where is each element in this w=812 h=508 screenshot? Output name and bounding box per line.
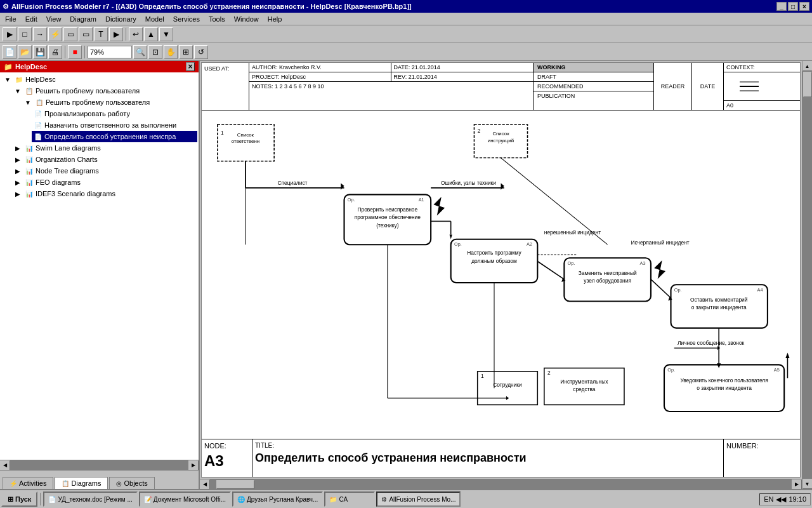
- main-layout: 📁 HelpDesc × ▼ 📁 HelpDesc ▼ 📋 Решить про…: [0, 61, 812, 489]
- tool-print[interactable]: 🖨: [48, 45, 62, 59]
- tool-new[interactable]: 📄: [3, 45, 16, 59]
- right-scrollbar[interactable]: ▲ ▼: [802, 61, 812, 489]
- tool-up-arrow[interactable]: ▲: [144, 27, 158, 41]
- tree-item-label: Проанализировать работу: [44, 110, 130, 117]
- menu-tools[interactable]: Tools: [205, 14, 229, 24]
- node-label: NODE:: [204, 442, 249, 450]
- canvas-with-scrollbar: USED AT: AUTHOR: Kravchenko R.V. DATE: 2…: [200, 61, 812, 489]
- hscroll-left-btn[interactable]: ◀: [200, 479, 210, 490]
- taskbar-item-2[interactable]: 📝 Документ Microsoft Offi...: [139, 491, 231, 507]
- menu-help[interactable]: Help: [264, 14, 286, 24]
- vscroll-thumb[interactable]: [803, 72, 812, 97]
- minimize-button[interactable]: _: [776, 2, 787, 11]
- tab-activities[interactable]: ⚡ Activities: [3, 477, 53, 489]
- canvas-area: USED AT: AUTHOR: Kravchenko R.V. DATE: 2…: [200, 61, 812, 489]
- tree-item[interactable]: ▶ 📊 IDEF3 Scenario diagrams: [11, 188, 197, 199]
- output-box-1-label: Сотрудники: [493, 382, 522, 388]
- vscroll-up-button[interactable]: ▲: [802, 61, 813, 71]
- taskbar-item-3[interactable]: 🌐 Друзья Руслана Кравч...: [232, 491, 323, 507]
- process-a2-text2: должным образом: [471, 258, 517, 264]
- menu-dictionary[interactable]: Dictionary: [102, 14, 140, 24]
- tool-zoom-in[interactable]: 🔍: [133, 45, 147, 59]
- tree-item[interactable]: ▼ 📁 HelpDesc: [1, 74, 197, 85]
- tree-item[interactable]: 📄 Проанализировать работу: [32, 108, 197, 119]
- tool-lightning[interactable]: ⚡: [48, 27, 62, 41]
- menu-services[interactable]: Services: [169, 14, 204, 24]
- tool-undo[interactable]: ↩: [129, 27, 143, 41]
- process-a4-label-num: A4: [757, 287, 763, 293]
- left-scrollbar[interactable]: ◀ ▶: [0, 460, 199, 470]
- tool-zoom-page[interactable]: ⊡: [148, 45, 162, 59]
- input-box-1-label2: ответственн: [232, 138, 259, 144]
- tool-refresh[interactable]: ↺: [194, 45, 208, 59]
- tool-rect[interactable]: □: [18, 27, 32, 41]
- menu-diagram[interactable]: Diagram: [66, 14, 100, 24]
- taskbar-item-4[interactable]: 📁 CA: [324, 491, 375, 507]
- tree-item[interactable]: ▶ 📊 FEO diagrams: [11, 177, 197, 188]
- menu-window[interactable]: Window: [230, 14, 263, 24]
- taskbar-item-1[interactable]: 📄 УД_техном.doc [Режим ...: [43, 491, 137, 507]
- diagram-icon: 📋: [34, 97, 44, 107]
- label-exhausted: Исчерпанный инцидент: [631, 239, 689, 246]
- menu-model[interactable]: Model: [141, 14, 168, 24]
- hscroll-thumb[interactable]: [216, 480, 254, 489]
- tree-item[interactable]: ▶ 📊 Organization Charts: [11, 154, 197, 165]
- process-a3-label-op: Op.: [568, 260, 575, 266]
- footer-node: NODE: A3: [202, 439, 252, 477]
- tree-item[interactable]: ▼ 📋 Решить проблему пользователя: [11, 85, 197, 97]
- footer-number: NUMBER:: [724, 439, 800, 477]
- tree-expand-icon: ▼: [13, 86, 23, 96]
- title-controls[interactable]: _ □ ×: [776, 2, 809, 11]
- zoom-input[interactable]: 79%: [88, 46, 132, 58]
- tool-fit[interactable]: ⊞: [179, 45, 193, 59]
- hscroll-right-button[interactable]: ▶: [188, 460, 199, 471]
- menu-file[interactable]: File: [1, 14, 20, 24]
- start-button[interactable]: ⊞ Пуск: [1, 491, 37, 507]
- tree-close-button[interactable]: ×: [186, 62, 195, 71]
- header-used-at: USED AT:: [202, 63, 249, 110]
- tab-diagrams[interactable]: 📋 Diagrams: [55, 477, 108, 489]
- tool-play[interactable]: ▶: [109, 27, 123, 41]
- left-tabs: ⚡ Activities 📋 Diagrams ◎ Objects: [0, 470, 199, 489]
- maximize-button[interactable]: □: [788, 2, 798, 11]
- tree-item-selected[interactable]: 📄 Определить способ устранения неиспра: [32, 131, 197, 142]
- lightning-2: [655, 261, 665, 277]
- tool-color[interactable]: ■: [68, 45, 82, 59]
- drawing-area[interactable]: 1 Список ответственн 2 Список инструкций: [202, 111, 800, 438]
- menu-edit[interactable]: Edit: [22, 14, 41, 24]
- tree-icon: 📁: [4, 63, 13, 71]
- tool-rect2[interactable]: ▭: [63, 27, 77, 41]
- tab-objects[interactable]: ◎ Objects: [109, 477, 154, 489]
- tree-item[interactable]: ▼ 📋 Решить проблему пользователя: [22, 97, 197, 108]
- process-a2-label-op: Op.: [454, 241, 462, 247]
- tool-save[interactable]: 💾: [33, 45, 47, 59]
- tree-item[interactable]: ▶ 📊 Swim Lane diagrams: [11, 142, 197, 154]
- taskbar-item-icon-4: 📁: [329, 496, 337, 503]
- hscroll-right-btn[interactable]: ▶: [792, 479, 802, 490]
- taskbar: ⊞ Пуск 📄 УД_техном.doc [Режим ... 📝 Доку…: [0, 489, 812, 508]
- diagram-canvas[interactable]: USED AT: AUTHOR: Kravchenko R.V. DATE: 2…: [201, 62, 801, 478]
- close-button[interactable]: ×: [799, 2, 809, 11]
- vscroll-down-button[interactable]: ▼: [802, 479, 813, 489]
- tool-open[interactable]: 📂: [18, 45, 32, 59]
- hscroll-left-button[interactable]: ◀: [0, 460, 10, 471]
- tool-down-arrow[interactable]: ▼: [159, 27, 173, 41]
- process-a3-text1: Заменить неисправный: [579, 270, 637, 276]
- feo-icon: 📊: [24, 177, 34, 187]
- vscroll-track[interactable]: [802, 71, 813, 479]
- output-box-1: [478, 371, 538, 405]
- hscroll-track[interactable]: [10, 460, 188, 471]
- tool-hand[interactable]: ✋: [164, 45, 178, 59]
- bottom-scrollbar[interactable]: ◀ ▶: [200, 479, 802, 489]
- taskbar-item-5[interactable]: ⚙ AllFusion Process Mo...: [376, 491, 461, 507]
- output-box-2-label2: средства: [573, 386, 596, 392]
- tree-item[interactable]: 📄 Назначить ответственного за выполнени: [32, 119, 197, 131]
- tree-item[interactable]: ▶ 📊 Node Tree diagrams: [11, 165, 197, 177]
- tool-rect3[interactable]: ▭: [79, 27, 93, 41]
- number-label: NUMBER:: [726, 442, 797, 450]
- menu-view[interactable]: View: [43, 14, 65, 24]
- hscroll-track-main[interactable]: [210, 479, 792, 490]
- tool-text[interactable]: T: [94, 27, 108, 41]
- tool-select[interactable]: ▶: [3, 27, 16, 41]
- tool-arrow[interactable]: →: [33, 27, 47, 41]
